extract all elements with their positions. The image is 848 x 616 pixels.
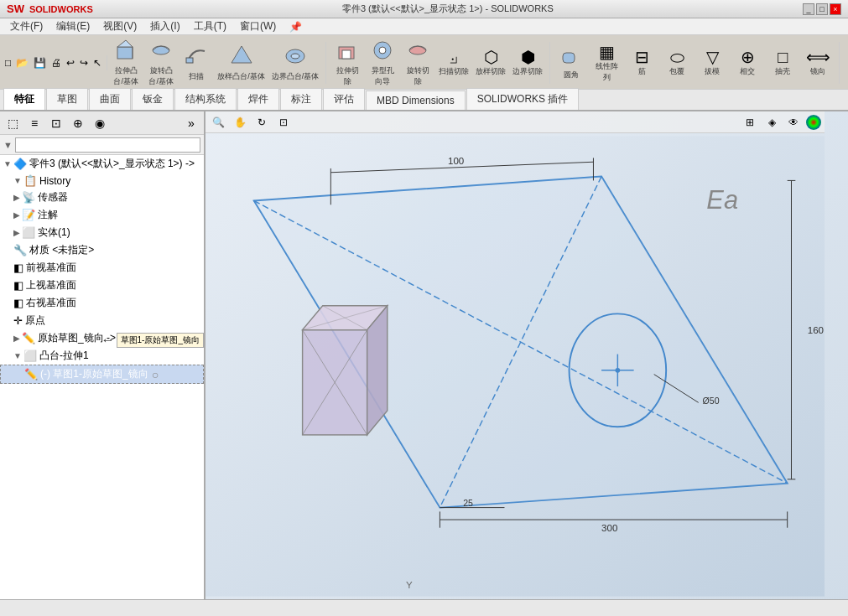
revolve-boss-icon <box>149 39 173 65</box>
maximize-button[interactable]: □ <box>816 3 828 15</box>
tab-mbd[interactable]: MBD Dimensions <box>366 91 466 110</box>
fillet-label: 圆角 <box>564 70 579 80</box>
draft-button[interactable]: ▽ 拔模 <box>695 47 729 79</box>
tree-item-extrude1[interactable]: ▼ ⬜ 凸台-拉伸1 <box>0 347 204 365</box>
view-toolbar: 🔍 ✋ ↻ ⊡ ⊞ ◈ 👁 <box>205 111 825 133</box>
expand-panel-btn[interactable]: » <box>182 114 200 132</box>
wrap-button[interactable]: ⬭ 包覆 <box>660 47 694 79</box>
extrude-cut-button[interactable]: 拉伸切除 <box>330 37 364 89</box>
close-button[interactable]: × <box>830 3 841 15</box>
tree-item-solid[interactable]: ▶ ⬜ 实体(1) <box>0 224 204 241</box>
view-orient-btn[interactable]: ⊞ <box>741 113 759 132</box>
tree-item-annotations[interactable]: ▶ 📝 注解 <box>0 206 204 224</box>
menu-insert[interactable]: 插入(I) <box>143 18 186 35</box>
shell-button[interactable]: □ 抽壳 <box>766 47 799 79</box>
panel-btn-3[interactable]: ⊡ <box>47 114 65 132</box>
window-title: 零件3 (默认<<默认>_显示状态 1>) - SOLIDWORKS <box>93 3 803 15</box>
annotation-label-1: 草图1-原始草图_镜向 <box>117 333 204 348</box>
tab-structure[interactable]: 结构系统 <box>174 88 237 110</box>
zoom-btn[interactable]: 🔍 <box>209 113 227 132</box>
print-btn[interactable]: 🖨 <box>49 55 63 70</box>
annotations-icon: 📝 <box>22 209 35 221</box>
mirror-button[interactable]: ⟺ 镜向 <box>801 47 835 79</box>
panel-btn-4[interactable]: ⊕ <box>69 114 87 132</box>
view-display-btn[interactable]: ◈ <box>762 113 781 132</box>
menu-file[interactable]: 文件(F) <box>3 18 49 35</box>
intersect-button[interactable]: ⊕ 相交 <box>731 47 764 79</box>
tab-surface[interactable]: 曲面 <box>89 88 131 110</box>
tree-root[interactable]: ▼ 🔷 零件3 (默认<<默认>_显示状态 1>) -> <box>0 155 204 173</box>
tree-item-history[interactable]: ▼ 📋 History <box>0 173 204 189</box>
tree-item-sketch-child[interactable]: ✏️ (-) 草图1-原始草图_镜向 ○ <box>0 365 204 384</box>
boundary-cut-icon: ⬢ <box>521 49 535 65</box>
view-color-btn[interactable] <box>806 115 821 130</box>
pan-btn[interactable]: ✋ <box>231 113 249 132</box>
tree-item-front[interactable]: ◧ 前视基准面 <box>0 259 204 277</box>
rotate-btn[interactable]: ↻ <box>252 113 271 132</box>
window-controls: _ □ × <box>803 3 841 15</box>
viewport[interactable]: 🔍 ✋ ↻ ⊡ ⊞ ◈ 👁 <box>205 111 848 599</box>
titlebar: SW SOLIDWORKS 零件3 (默认<<默认>_显示状态 1>) - SO… <box>0 0 848 18</box>
revolve-cut-button[interactable]: 旋转切除 <box>401 37 434 89</box>
separator-2 <box>549 42 550 84</box>
panel-btn-2[interactable]: ≡ <box>25 114 44 132</box>
svg-marker-5 <box>232 46 252 63</box>
tree-item-right[interactable]: ◧ 右视基准面 <box>0 294 204 312</box>
wrap-icon: ⬭ <box>670 49 684 65</box>
tab-features[interactable]: 特征 <box>3 88 45 110</box>
tab-sheetmetal[interactable]: 钣金 <box>132 88 174 110</box>
tab-evaluate[interactable]: 评估 <box>323 88 365 110</box>
revolve-boss-button[interactable]: 旋转凸台/基体 <box>144 37 178 89</box>
menu-view[interactable]: 视图(V) <box>96 18 143 35</box>
sketch-end-marker: ○ <box>152 368 159 381</box>
tree-item-sensors[interactable]: ▶ 📡 传感器 <box>0 189 204 206</box>
menu-edit[interactable]: 编辑(E) <box>49 18 96 35</box>
svg-point-28 <box>615 368 620 373</box>
feature-tree: ▼ 🔷 零件3 (默认<<默认>_显示状态 1>) -> ▼ 📋 History… <box>0 155 204 599</box>
fillet-button[interactable]: 圆角 <box>554 44 588 82</box>
sketch-canvas: 100 160 300 <box>205 133 825 599</box>
tree-item-origin[interactable]: ✛ 原点 <box>0 312 204 329</box>
redo-btn[interactable]: ↪ <box>78 55 90 70</box>
undo-btn[interactable]: ↩ <box>65 55 76 70</box>
separator-3 <box>839 42 840 84</box>
boundary-button[interactable]: 边界凸台/基体 <box>269 43 322 84</box>
zoom-fit-btn[interactable]: ⊡ <box>274 113 293 132</box>
svg-point-7 <box>291 54 299 59</box>
svg-text:300: 300 <box>601 524 617 534</box>
tree-item-top[interactable]: ◧ 上视基准面 <box>0 277 204 294</box>
tab-weld[interactable]: 焊件 <box>237 88 279 110</box>
svg-text:25: 25 <box>463 498 473 508</box>
menu-window[interactable]: 窗口(W) <box>233 18 283 35</box>
panel-btn-5[interactable]: ◉ <box>91 114 109 132</box>
draft-label: 拔模 <box>705 66 720 77</box>
svg-point-3 <box>153 46 169 54</box>
tab-annotation[interactable]: 标注 <box>280 88 322 110</box>
minimize-button[interactable]: _ <box>803 3 814 15</box>
open-btn[interactable]: 📂 <box>14 55 30 70</box>
ea-label: Ea <box>706 185 738 215</box>
sweep-button[interactable]: 扫描 <box>179 43 213 84</box>
mirror-icon: ⟺ <box>806 49 830 65</box>
tree-item-material[interactable]: 🔧 材质 <未指定> <box>0 241 204 259</box>
extrude-boss-button[interactable]: 拉伸凸台/基体 <box>109 37 143 89</box>
hole-wizard-button[interactable]: 异型孔向导 <box>366 37 399 89</box>
boundary-cut-button[interactable]: ⬢ 边界切除 <box>510 47 545 79</box>
sweep-cut-button[interactable]: ⟓ 扫描切除 <box>436 47 471 79</box>
tab-plugins[interactable]: SOLIDWORKS 插件 <box>466 88 580 110</box>
filter-icon: ▼ <box>3 140 13 150</box>
panel-btn-1[interactable]: ⬚ <box>3 114 22 132</box>
loft-button[interactable]: 放样凸台/基体 <box>215 43 268 84</box>
loft-cut-button[interactable]: ⬡ 放样切除 <box>473 47 508 79</box>
tree-material-label: 材质 <未指定> <box>29 243 94 257</box>
rib-button[interactable]: ⊟ 筋 <box>625 47 658 79</box>
view-hide-btn[interactable]: 👁 <box>784 113 803 132</box>
save-btn[interactable]: 💾 <box>32 55 48 70</box>
linear-pattern-button[interactable]: ▦ 线性阵列 <box>590 42 623 85</box>
tab-sketch[interactable]: 草图 <box>46 88 88 110</box>
new-btn[interactable]: □ <box>3 55 13 70</box>
select-btn[interactable]: ↖ <box>91 55 103 70</box>
app-name: SOLIDWORKS <box>29 4 93 14</box>
filter-input[interactable] <box>15 137 200 153</box>
menu-tools[interactable]: 工具(T) <box>187 18 233 35</box>
